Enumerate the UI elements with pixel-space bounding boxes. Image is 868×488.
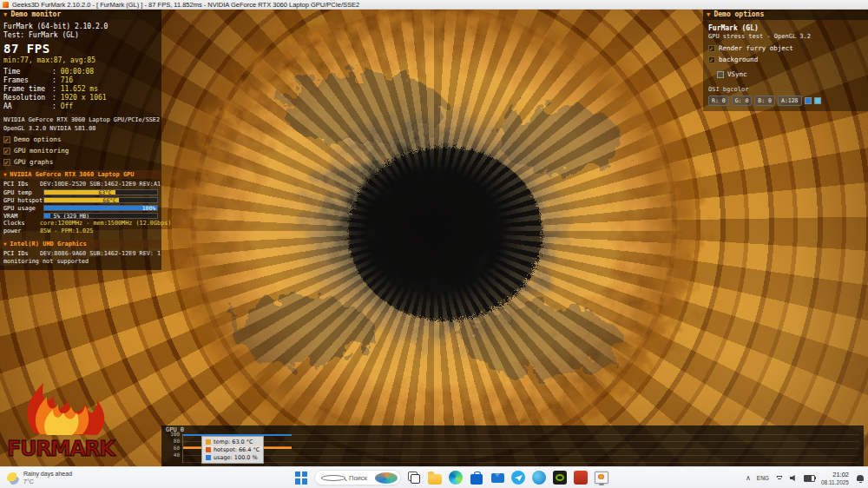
furmark-logo: FURMARK: [5, 362, 122, 465]
telegram-plane-icon: [511, 471, 525, 485]
search-daily-image-icon: [375, 472, 398, 484]
intel-monitoring-note: monitoring not supported: [3, 258, 158, 266]
search-icon: [321, 475, 345, 481]
bgcolor-swatch-1[interactable]: [805, 97, 812, 104]
battery-icon[interactable]: [804, 475, 815, 482]
start-button[interactable]: [293, 470, 309, 485]
windows-taskbar: Rainy days ahead 7°C Поиск ∧ ENG: [0, 466, 868, 488]
flame-graphic: [27, 383, 104, 435]
nvidia-eye-icon: [553, 471, 567, 485]
demo-monitor-panel: Demo monitor FurMark (64-bit) 2.10.2.0 T…: [0, 10, 161, 270]
intel-pci-row: PCI IDsDEV:8086-9A60 SUB:1462-12E9 REV: …: [3, 250, 158, 258]
search-placeholder-text: Поиск: [349, 474, 372, 482]
messenger-button[interactable]: [531, 470, 547, 485]
weather-widget[interactable]: Rainy days ahead 7°C: [3, 469, 76, 487]
channel-b-field[interactable]: B: 0: [754, 96, 775, 106]
search-box[interactable]: Поиск: [314, 470, 401, 485]
red-app-button[interactable]: [573, 470, 589, 485]
app-version-line: FurMark (64-bit) 2.10.2.0: [3, 23, 158, 31]
tray-date: 08.11.2025: [821, 478, 849, 486]
window-title: Geeks3D FurMark 2.10.2.0 - [ FurMark (GL…: [12, 1, 359, 9]
tray-chevron-icon[interactable]: ∧: [746, 474, 751, 483]
usage-color-swatch: [206, 455, 211, 460]
tray-clock[interactable]: 21:02 08.11.2025: [821, 471, 849, 486]
checkbox-render-furry-object[interactable]: Render furry object: [708, 44, 863, 52]
legend-temp: temp: 63.0 °C: [206, 439, 260, 445]
gpu-hotspot-meter: GPU hotspot66°C: [3, 196, 158, 204]
checkbox-checked-icon: [3, 136, 10, 143]
temp-color-swatch: [206, 439, 211, 445]
nvidia-section-header[interactable]: NVIDIA GeForce RTX 3060 Laptop GPU: [0, 170, 161, 179]
tray-time: 21:02: [821, 471, 849, 478]
wifi-icon[interactable]: [775, 475, 784, 482]
channel-a-field[interactable]: A:128: [778, 96, 802, 106]
nvidia-pci-row: PCI IDsDEV:10DE-2520 SUB:1462-12E9 REV:A…: [3, 181, 158, 188]
demo-monitor-header[interactable]: Demo monitor: [0, 10, 161, 20]
fps-counter: 87 FPS: [3, 42, 158, 56]
store-bag-icon: [470, 474, 483, 485]
file-explorer-button[interactable]: [427, 470, 443, 485]
weather-temp: 7°C: [23, 478, 72, 486]
mail-envelope-icon: [491, 473, 504, 483]
channel-r-field[interactable]: R: 0: [708, 96, 729, 106]
nvidia-app-button[interactable]: [552, 470, 568, 485]
window-titlebar[interactable]: Geeks3D FurMark 2.10.2.0 - [ FurMark (GL…: [0, 0, 868, 10]
checkbox-checked-icon: [708, 56, 715, 63]
checkbox-checked-icon: [3, 148, 10, 155]
stat-row-frames: Frames: 716: [3, 76, 158, 85]
intel-section-header[interactable]: Intel(R) UHD Graphics: [0, 240, 161, 248]
meter-bar: 100%: [43, 205, 158, 211]
bgcolor-channels-row: R: 0 G: 0 B: 0 A:128: [708, 96, 863, 106]
checkbox-vsync[interactable]: VSync: [717, 70, 863, 78]
edge-button[interactable]: [448, 470, 464, 485]
furmark-app-icon: [3, 2, 9, 8]
gpu-temp-meter: GPU temp63°C: [3, 188, 158, 196]
store-button[interactable]: [469, 470, 484, 485]
meter-bar: 66°C: [43, 197, 158, 203]
furmark-window-icon: [595, 472, 608, 484]
telegram-button[interactable]: [510, 470, 526, 485]
checkbox-background[interactable]: background: [708, 56, 863, 63]
meter-bar: 5% (329 MB): [43, 213, 158, 219]
y-tick-80: 80: [161, 439, 180, 444]
demo-options-header[interactable]: Demo options: [703, 10, 868, 20]
osi-bgcolor-label: OSI bgcolor: [708, 86, 863, 93]
meter-bar: 63°C: [43, 189, 158, 195]
stat-row-frametime: Frame time: 11.652 ms: [3, 85, 158, 94]
folder-icon: [428, 474, 442, 485]
vram-meter: VRAM5% (329 MB): [3, 212, 158, 220]
weather-text: Rainy days ahead: [23, 471, 72, 478]
checkbox-checked-icon: [3, 159, 10, 166]
fps-minmax: min:77, max:87, avg:85: [3, 56, 158, 65]
messenger-icon: [532, 471, 546, 485]
task-view-button[interactable]: [406, 470, 422, 485]
edge-icon: [449, 471, 463, 485]
weather-icon: [7, 472, 19, 485]
checkbox-gpu-monitoring[interactable]: GPU monitoring: [3, 147, 158, 155]
demo-options-panel: Demo options FurMark (GL) GPU stress tes…: [703, 10, 868, 111]
y-tick-100: 100: [161, 432, 180, 437]
y-tick-40: 40: [161, 452, 180, 458]
hotspot-color-swatch: [206, 447, 211, 452]
channel-g-field[interactable]: G: 0: [732, 96, 753, 106]
clocks-row: Clockscore:1200MHz - mem:1500MHz (12.0Gb…: [3, 220, 158, 228]
running-app-indicator: [599, 484, 604, 485]
render-viewport: GPU 0 100 80 60 40 temp: 63.0 °C hotspot…: [0, 10, 868, 466]
opengl-version-line: OpenGL 3.2.0 NVIDIA 581.08: [3, 125, 158, 133]
checkbox-demo-options[interactable]: Demo options: [3, 135, 158, 143]
bgcolor-swatch-2[interactable]: [814, 97, 821, 104]
y-tick-60: 60: [161, 445, 180, 451]
legend-hotspot: hotspot: 66.4 °C: [206, 446, 260, 453]
notification-bell-icon[interactable]: [857, 475, 864, 481]
checkbox-checked-icon: [708, 45, 715, 52]
red-app-icon: [574, 471, 588, 485]
language-indicator[interactable]: ENG: [757, 475, 769, 481]
stat-row-aa: AA: Off: [3, 102, 158, 111]
gpu-graph-panel: GPU 0 100 80 60 40 temp: 63.0 °C hotspot…: [161, 425, 864, 466]
power-row: power85W - PPM:1.025: [3, 228, 158, 235]
mail-button[interactable]: [490, 470, 505, 485]
furmark-taskbar-button[interactable]: [594, 470, 609, 485]
volume-icon[interactable]: [790, 475, 798, 482]
furmark-logo-text: FURMARK: [7, 437, 116, 461]
checkbox-gpu-graphs[interactable]: GPU graphs: [3, 158, 158, 166]
